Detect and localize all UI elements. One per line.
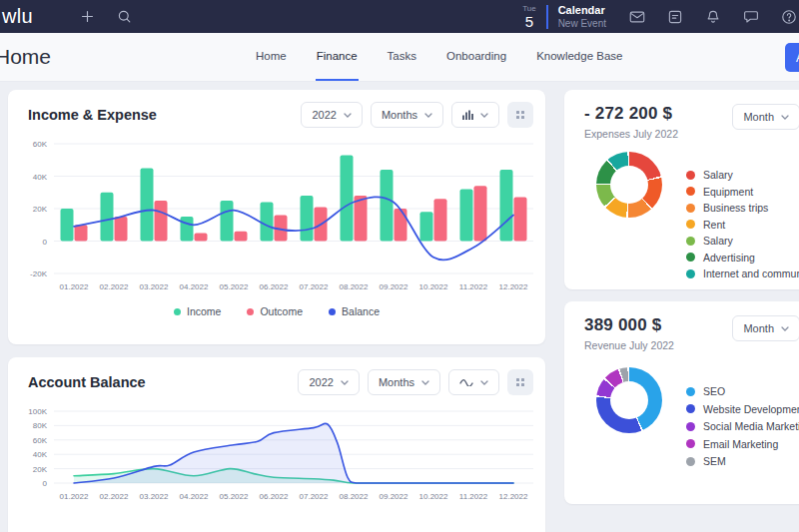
legend-dot	[686, 171, 695, 180]
top-navbar: wlu Tue 5 Calendar New Event	[0, 0, 799, 33]
income-expense-legend: IncomeOutcomeBalance	[8, 305, 545, 317]
legend-item: Rent	[686, 219, 799, 231]
account-balance-card: Account Balance 2022 Months 100K80K60K40…	[8, 357, 545, 532]
svg-text:09.2022: 09.2022	[380, 492, 408, 501]
notifications-button[interactable]	[694, 5, 732, 29]
legend-item-balance: Balance	[329, 305, 380, 317]
revenue-legend: SEOWebsite DevelopmentSocial Media Marke…	[686, 385, 799, 473]
svg-text:10.2022: 10.2022	[419, 492, 448, 501]
revenue-amount: 389 000 $	[584, 315, 674, 335]
svg-text:20K: 20K	[33, 465, 48, 474]
chart-type-dropdown[interactable]	[451, 102, 499, 128]
bell-icon	[704, 8, 722, 26]
app-logo[interactable]: wlu	[2, 0, 33, 33]
card-title: Income & Expense	[28, 107, 157, 123]
tab-bar: HomeFinanceTasksOnboardingKnowledge Base	[255, 33, 623, 81]
legend-item: Internet and communication	[686, 267, 799, 279]
drag-handle[interactable]	[507, 102, 533, 128]
revenue-donut-chart	[596, 367, 662, 433]
divider	[546, 5, 548, 29]
legend-label: Income	[187, 305, 221, 317]
expenses-caption: Expenses July 2022	[584, 128, 678, 140]
svg-text:11.2022: 11.2022	[459, 492, 488, 501]
tab-knowledge-base[interactable]: Knowledge Base	[535, 33, 623, 81]
legend-item: Business trips	[686, 202, 799, 214]
svg-text:0: 0	[43, 479, 48, 488]
year-dropdown[interactable]: 2022	[298, 369, 359, 395]
svg-text:08.2022: 08.2022	[340, 282, 369, 291]
date-day: 5	[522, 14, 536, 29]
chevron-down-icon	[421, 380, 429, 385]
legend-item: Advertising	[686, 252, 799, 264]
chevron-down-icon	[480, 380, 488, 385]
svg-text:07.2022: 07.2022	[300, 282, 329, 291]
expenses-summary: - 272 200 $ Expenses July 2022	[584, 104, 678, 140]
tab-tasks[interactable]: Tasks	[387, 33, 417, 81]
legend-label: Email Marketing	[703, 438, 778, 450]
legend-dot	[686, 204, 695, 213]
tab-finance[interactable]: Finance	[316, 33, 359, 81]
revenue-summary: 389 000 $ Revenue July 2022	[584, 315, 674, 351]
legend-dot	[686, 187, 695, 196]
legend-dot	[686, 269, 695, 278]
svg-text:05.2022: 05.2022	[220, 282, 249, 291]
year-dropdown[interactable]: 2022	[301, 102, 362, 128]
legend-dot	[686, 439, 695, 448]
month-dropdown[interactable]: Month	[732, 104, 799, 130]
tab-onboarding[interactable]: Onboarding	[445, 33, 507, 81]
legend-item: Social Media Marketing	[686, 420, 799, 432]
chart-type-dropdown[interactable]	[448, 369, 499, 395]
svg-text:03.2022: 03.2022	[140, 282, 169, 291]
chevron-down-icon	[424, 113, 432, 118]
legend-dot	[329, 308, 336, 315]
legend-item-income: Income	[174, 305, 221, 317]
revenue-caption: Revenue July 2022	[584, 339, 674, 351]
month-dropdown[interactable]: Month	[732, 315, 799, 341]
help-button[interactable]	[770, 5, 799, 29]
legend-label: Business trips	[703, 202, 768, 214]
chat-button[interactable]	[732, 5, 770, 29]
legend-dot	[686, 422, 695, 431]
legend-item: SEM	[686, 455, 799, 467]
expenses-legend: SalaryEquipmentBusiness tripsRentSalaryA…	[686, 169, 799, 284]
mail-icon	[628, 8, 646, 26]
date-widget[interactable]: Tue 5	[522, 5, 536, 29]
legend-dot	[686, 387, 695, 396]
navbar-left: wlu	[2, 0, 143, 33]
period-dropdown[interactable]: Months	[371, 102, 443, 128]
calendar-widget[interactable]: Calendar New Event	[558, 4, 606, 29]
svg-text:03.2022: 03.2022	[140, 492, 169, 501]
income-expense-card: Income & Expense 2022 Months 60K40K20K0-…	[8, 90, 545, 344]
add-button[interactable]	[69, 5, 106, 28]
svg-text:0: 0	[43, 238, 48, 247]
search-button[interactable]	[106, 5, 143, 28]
svg-text:04.2022: 04.2022	[180, 282, 209, 291]
svg-text:07.2022: 07.2022	[300, 492, 329, 501]
chevron-down-icon	[341, 380, 349, 385]
svg-text:100K: 100K	[28, 407, 47, 416]
legend-label: SEM	[703, 455, 726, 467]
legend-item-outcome: Outcome	[247, 305, 303, 317]
legend-item: Website Development	[686, 403, 799, 415]
svg-text:60K: 60K	[33, 140, 48, 149]
chevron-down-icon	[344, 113, 352, 118]
svg-text:80K: 80K	[33, 421, 48, 430]
legend-label: Equipment	[703, 186, 753, 198]
legend-label: Internet and communication	[703, 267, 799, 279]
month-dropdown-value: Month	[743, 111, 774, 123]
mail-button[interactable]	[618, 5, 656, 29]
action-button[interactable]: A	[785, 43, 799, 72]
period-dropdown[interactable]: Months	[368, 369, 440, 395]
card-title: Account Balance	[28, 374, 146, 390]
legend-dot	[247, 308, 254, 315]
legend-item: Salary	[686, 235, 799, 247]
tab-home[interactable]: Home	[255, 33, 288, 81]
notes-button[interactable]	[656, 5, 694, 29]
drag-handle[interactable]	[507, 369, 533, 395]
svg-text:01.2022: 01.2022	[60, 492, 89, 501]
revenue-card: 389 000 $ Revenue July 2022 Month SEOWeb…	[564, 301, 799, 504]
legend-label: Salary	[703, 235, 733, 247]
chat-icon	[742, 8, 760, 26]
svg-text:20K: 20K	[33, 205, 48, 214]
date-weekday: Tue	[522, 5, 536, 13]
